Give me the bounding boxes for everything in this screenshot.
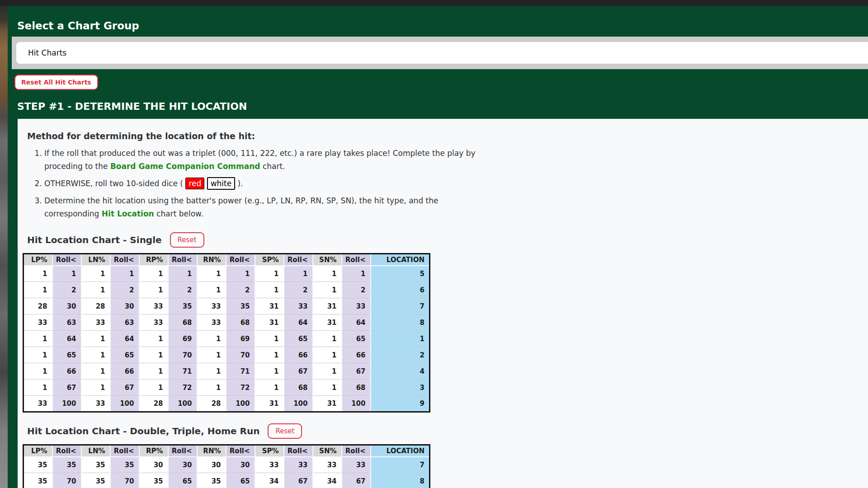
table-cell[interactable]: 3 <box>371 380 430 396</box>
table-cell[interactable]: 33 <box>24 396 52 412</box>
table-cell[interactable]: 70 <box>52 473 81 488</box>
table-cell[interactable]: 67 <box>342 473 371 488</box>
table-cell[interactable]: 1 <box>342 266 371 282</box>
table-cell[interactable]: 2 <box>371 347 430 363</box>
table-cell[interactable]: 35 <box>139 473 168 488</box>
table-cell[interactable]: 1 <box>24 380 52 396</box>
table-cell[interactable]: 2 <box>342 282 371 298</box>
table-cell[interactable]: 35 <box>197 473 226 488</box>
table-cell[interactable]: 4 <box>371 363 430 380</box>
table-cell[interactable]: 30 <box>226 457 255 473</box>
hit-location-link[interactable]: Hit Location <box>102 209 154 218</box>
table-cell[interactable]: 100 <box>52 396 81 412</box>
table-cell[interactable]: 1 <box>139 380 168 396</box>
table-cell[interactable]: 33 <box>81 314 110 331</box>
table-cell[interactable]: 2 <box>52 282 81 298</box>
table-cell[interactable]: 1 <box>313 282 342 298</box>
table-cell[interactable]: 1 <box>81 380 110 396</box>
table-cell[interactable]: 35 <box>110 457 139 473</box>
table-cell[interactable]: 70 <box>168 347 197 363</box>
table-cell[interactable]: 1 <box>197 363 226 380</box>
table-cell[interactable]: 33 <box>313 457 342 473</box>
table-cell[interactable]: 1 <box>255 331 284 347</box>
table-cell[interactable]: 33 <box>139 298 168 314</box>
table-cell[interactable]: 2 <box>284 282 313 298</box>
table-cell[interactable]: 1 <box>139 266 168 282</box>
table-cell[interactable]: 1 <box>313 380 342 396</box>
table-cell[interactable]: 67 <box>342 363 371 380</box>
table-cell[interactable]: 100 <box>226 396 255 412</box>
table-cell[interactable]: 1 <box>284 266 313 282</box>
table-cell[interactable]: 1 <box>197 331 226 347</box>
table-cell[interactable]: 70 <box>110 473 139 488</box>
table-cell[interactable]: 67 <box>284 473 313 488</box>
table-cell[interactable]: 35 <box>168 298 197 314</box>
table-cell[interactable]: 1 <box>313 266 342 282</box>
table-cell[interactable]: 33 <box>342 457 371 473</box>
table-cell[interactable]: 28 <box>197 396 226 412</box>
table-cell[interactable]: 69 <box>168 331 197 347</box>
table-cell[interactable]: 1 <box>197 347 226 363</box>
table-cell[interactable]: 65 <box>342 331 371 347</box>
table-cell[interactable]: 8 <box>371 314 430 331</box>
table-cell[interactable]: 33 <box>284 298 313 314</box>
table-cell[interactable]: 1 <box>197 266 226 282</box>
table-cell[interactable]: 64 <box>110 331 139 347</box>
table-cell[interactable]: 1 <box>313 347 342 363</box>
table-cell[interactable]: 1 <box>168 266 197 282</box>
table-cell[interactable]: 34 <box>313 473 342 488</box>
table-cell[interactable]: 1 <box>24 266 52 282</box>
table-cell[interactable]: 31 <box>313 298 342 314</box>
table-cell[interactable]: 2 <box>226 282 255 298</box>
table-cell[interactable]: 66 <box>342 347 371 363</box>
table-cell[interactable]: 35 <box>226 298 255 314</box>
table-cell[interactable]: 1 <box>313 331 342 347</box>
table-cell[interactable]: 28 <box>81 298 110 314</box>
table-cell[interactable]: 33 <box>342 298 371 314</box>
table-cell[interactable]: 68 <box>168 314 197 331</box>
table-cell[interactable]: 7 <box>371 457 430 473</box>
table-cell[interactable]: 35 <box>24 457 52 473</box>
table-cell[interactable]: 64 <box>342 314 371 331</box>
table-cell[interactable]: 66 <box>110 363 139 380</box>
table-cell[interactable]: 35 <box>81 473 110 488</box>
table-cell[interactable]: 1 <box>81 282 110 298</box>
table-cell[interactable]: 67 <box>284 363 313 380</box>
table-cell[interactable]: 33 <box>81 396 110 412</box>
table-cell[interactable]: 1 <box>81 363 110 380</box>
table-cell[interactable]: 35 <box>52 457 81 473</box>
table-cell[interactable]: 31 <box>255 396 284 412</box>
chart2-reset-button[interactable]: Reset <box>268 423 302 439</box>
table-cell[interactable]: 9 <box>371 396 430 412</box>
table-cell[interactable]: 70 <box>226 347 255 363</box>
table-cell[interactable]: 69 <box>226 331 255 347</box>
table-cell[interactable]: 7 <box>371 298 430 314</box>
table-cell[interactable]: 1 <box>24 363 52 380</box>
table-cell[interactable]: 28 <box>139 396 168 412</box>
table-cell[interactable]: 65 <box>284 331 313 347</box>
table-cell[interactable]: 31 <box>255 314 284 331</box>
table-cell[interactable]: 1 <box>139 363 168 380</box>
chart-group-select[interactable]: Hit Charts <box>16 42 868 64</box>
table-cell[interactable]: 65 <box>226 473 255 488</box>
table-cell[interactable]: 1 <box>255 347 284 363</box>
table-cell[interactable]: 1 <box>139 347 168 363</box>
table-cell[interactable]: 35 <box>81 457 110 473</box>
table-cell[interactable]: 1 <box>81 331 110 347</box>
table-cell[interactable]: 30 <box>197 457 226 473</box>
table-cell[interactable]: 33 <box>139 314 168 331</box>
table-cell[interactable]: 64 <box>52 331 81 347</box>
chart1-reset-button[interactable]: Reset <box>170 232 204 248</box>
table-cell[interactable]: 28 <box>24 298 52 314</box>
table-cell[interactable]: 1 <box>255 363 284 380</box>
table-cell[interactable]: 68 <box>284 380 313 396</box>
table-cell[interactable]: 100 <box>284 396 313 412</box>
table-cell[interactable]: 72 <box>168 380 197 396</box>
table-cell[interactable]: 33 <box>24 314 52 331</box>
table-cell[interactable]: 100 <box>168 396 197 412</box>
table-cell[interactable]: 31 <box>313 314 342 331</box>
table-cell[interactable]: 30 <box>139 457 168 473</box>
table-cell[interactable]: 1 <box>24 347 52 363</box>
table-cell[interactable]: 63 <box>110 314 139 331</box>
table-cell[interactable]: 2 <box>168 282 197 298</box>
